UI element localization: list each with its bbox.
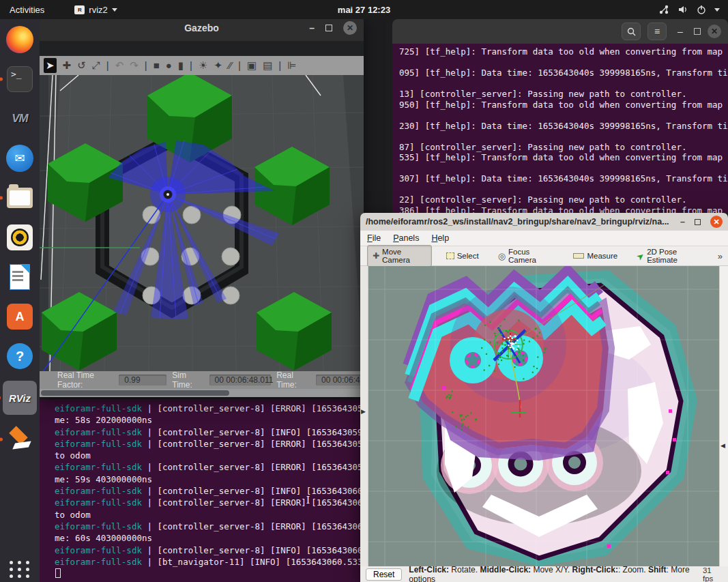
menu-help[interactable]: Help [431,233,449,243]
pose-arrow-icon: ➤ [635,250,647,263]
gazebo-tool-icon[interactable]: ↺ [77,58,86,73]
gazebo-scene [40,75,364,371]
dock-files[interactable] [5,183,35,213]
rtf-value[interactable]: 0.99 [119,375,166,385]
gazebo-menubar [40,41,364,56]
dock-libreoffice[interactable] [5,262,35,292]
gazebo-tool-icon[interactable]: | [278,58,281,73]
gazebo-tool-icon[interactable]: ➤ [44,58,57,73]
minimize-button[interactable]: – [673,26,687,37]
tool-select[interactable]: Select [441,250,484,262]
gazebo-tool-icon[interactable]: ⤢ [92,58,100,73]
maximize-button[interactable] [694,28,701,35]
terminal-line: eiforamr-full-sdk | [controller_server-8… [55,497,364,509]
gazebo-tool-icon[interactable]: ✦ [214,58,222,73]
dock-vmware[interactable]: VM [5,104,35,134]
menu-panels[interactable]: Panels [393,233,419,243]
menu-file[interactable]: File [367,233,381,243]
terminal-titlebar[interactable]: ≡ – ✕ [392,19,728,44]
firefox-icon [6,26,33,53]
eiforamr-icon [6,426,33,453]
terminal-line: 386] [tf_help]: Transform data too old w… [399,205,728,214]
gazebo-tool-icon[interactable]: | [106,58,109,73]
gazebo-toolbar[interactable]: ➤✚↺⤢|↶↷|■●▮|☀✦⁄⁄|▣▤|⊫ [40,56,364,75]
tool-move-camera[interactable]: ✚ Move Camera [367,245,432,267]
gazebo-tool-icon[interactable]: | [145,58,147,73]
gazebo-tool-icon[interactable]: ▤ [263,58,272,73]
gazebo-tool-icon[interactable]: ● [166,58,172,73]
close-button[interactable]: ✕ [708,25,721,38]
robot-model [164,190,173,199]
expand-left-panel-icon[interactable]: ▶ [361,408,366,415]
gazebo-tool-icon[interactable]: ☀ [199,58,207,73]
expand-right-panel-icon[interactable]: ◀ [720,442,725,449]
rviz-3d-view[interactable]: ▶ [360,266,728,566]
gazebo-tool-icon[interactable]: | [238,58,241,73]
right-panel-collapsed[interactable]: ◀ [719,266,728,566]
gazebo-tool-icon[interactable]: ⁄⁄ [229,58,232,73]
gazebo-tool-icon[interactable]: | [190,58,192,73]
dock-rviz[interactable]: RViz [3,381,37,415]
costmap-viewport[interactable] [368,266,719,566]
clock[interactable]: mai 27 12:23 [0,5,728,15]
terminal-line: me: 59s 403000000ns [55,474,364,486]
dock-rhythmbox[interactable] [5,222,35,252]
tool-measure[interactable]: Measure [568,250,622,262]
system-menu-chevron-icon[interactable] [714,8,720,12]
gazebo-tool-icon[interactable]: ▮ [178,58,184,73]
terminal-window-bottom[interactable]: eiforamr-full-sdk | [controller_server-8… [40,399,364,582]
sim-time-value[interactable]: 00 00:06:48.011 [209,375,272,385]
minimize-button[interactable]: – [309,23,315,33]
gazebo-tool-icon[interactable]: ▣ [247,58,257,73]
terminal-prompt [55,568,364,580]
reset-button[interactable]: Reset [366,568,402,581]
files-icon [7,188,33,208]
dock-firefox[interactable] [5,25,35,55]
gazebo-3d-viewport[interactable] [40,75,364,371]
gazebo-tool-icon[interactable]: ■ [154,58,160,73]
gazebo-tool-icon[interactable]: ↷ [130,58,139,73]
dock-help[interactable]: ? [5,341,35,371]
dock-terminal[interactable]: >_ [5,64,35,94]
gazebo-title: Gazebo [184,23,219,33]
ubuntu-software-icon: A [7,304,33,330]
terminal-output[interactable]: 725] [tf_help]: Transform data too old w… [392,44,728,213]
minimize-button[interactable]: – [680,217,685,227]
running-indicator [0,197,3,200]
scrollbar-thumb[interactable] [41,390,229,396]
left-panel-collapsed[interactable]: ▶ [360,266,368,566]
rviz-titlebar[interactable]: /home/eiforamr/ros2_ws/install/nav2_brin… [360,213,728,231]
rtf-label: Real Time Factor: [57,370,113,390]
network-icon[interactable] [658,5,669,14]
toolbar-overflow-button[interactable]: » [718,251,723,261]
terminal-line: eiforamr-full-sdk | [controller_server-8… [55,403,364,415]
volume-icon[interactable] [678,5,688,14]
maximize-button[interactable] [695,219,701,225]
dock-eiforamr[interactable] [5,424,35,454]
power-icon[interactable] [697,5,706,14]
tool-focus-camera[interactable]: ◎ Focus Camera [493,246,559,266]
gazebo-tool-icon[interactable]: ↶ [115,58,124,73]
dock-thunderbird[interactable]: ✉ [5,143,35,173]
costmap-scene [368,266,719,566]
rviz-menubar: File Panels Help [360,231,728,246]
terminal-line [399,78,728,89]
dock-ubuntu-software[interactable]: A [5,302,35,332]
terminal-line: eiforamr-full-sdk | [bt_navigator-11] [I… [55,557,364,568]
search-button[interactable] [622,23,641,40]
terminal-line: eiforamr-full-sdk | [controller_server-8… [55,439,364,450]
fps-counter: 31 fps [703,566,723,582]
menu-button[interactable]: ≡ [647,23,667,40]
close-button[interactable]: ✕ [710,216,723,228]
gazebo-horizontal-scrollbar[interactable] [40,389,364,397]
terminal-line: eiforamr-full-sdk | [controller_server-8… [55,521,364,533]
real-time-value[interactable]: 00 00:06:4 [316,375,364,385]
terminal-line [399,184,728,195]
gazebo-tool-icon[interactable]: ⊫ [287,58,296,73]
tool-2d-pose-estimate[interactable]: ➤ 2D Pose Estimate [632,246,708,266]
dock-show-applications[interactable] [5,548,35,578]
gazebo-tool-icon[interactable]: ✚ [63,58,72,73]
terminal-line [399,131,728,142]
close-button[interactable]: ✕ [343,21,357,35]
maximize-button[interactable] [325,25,332,31]
